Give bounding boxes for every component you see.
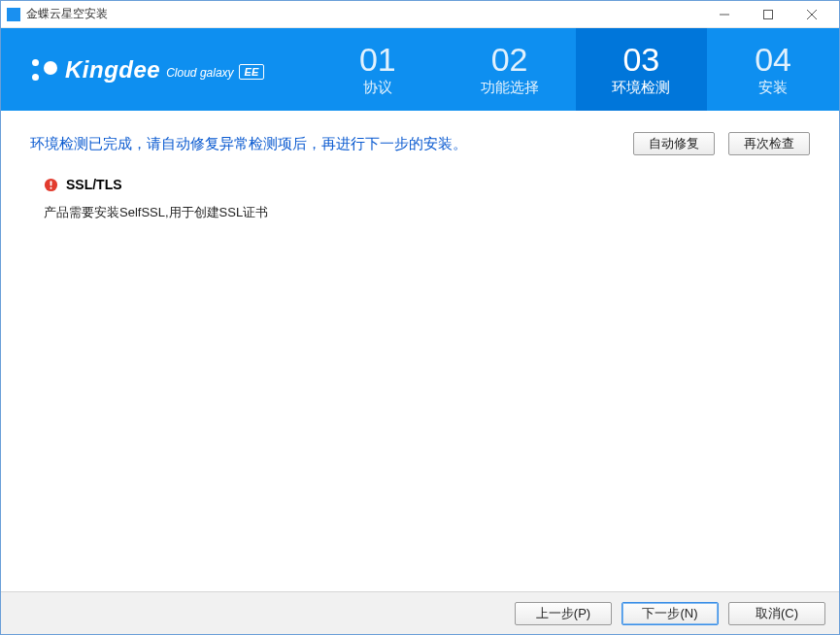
app-icon — [7, 8, 20, 21]
step-install[interactable]: 04 安装 — [707, 28, 839, 111]
cancel-button[interactable]: 取消(C) — [728, 602, 825, 625]
auto-fix-button[interactable]: 自动修复 — [633, 132, 715, 155]
step-number: 04 — [755, 43, 791, 76]
window-controls — [702, 1, 833, 27]
svg-rect-1 — [763, 10, 772, 18]
svg-rect-5 — [50, 181, 52, 185]
step-label: 环境检测 — [612, 79, 670, 97]
minimize-button[interactable] — [702, 1, 746, 27]
status-message: 环境检测已完成，请自动修复异常检测项后，再进行下一步的安装。 — [30, 135, 467, 153]
step-label: 功能选择 — [481, 79, 539, 97]
status-row: 环境检测已完成，请自动修复异常检测项后，再进行下一步的安装。 自动修复 再次检查 — [30, 132, 810, 155]
issue-item: SSL/TLS 产品需要安装SelfSSL,用于创建SSL证书 — [30, 177, 810, 221]
warning-icon — [44, 178, 58, 192]
wizard-steps: 01 协议 02 功能选择 03 环境检测 04 安装 — [312, 28, 839, 111]
step-number: 02 — [491, 43, 528, 76]
titlebar: 金蝶云星空安装 — [1, 1, 839, 28]
step-number: 01 — [359, 43, 396, 76]
svg-point-6 — [50, 186, 51, 188]
step-label: 协议 — [363, 79, 392, 97]
brand-badge: EE — [239, 64, 265, 80]
issue-title-row: SSL/TLS — [44, 177, 810, 192]
step-agreement[interactable]: 01 协议 — [312, 28, 444, 111]
step-environment-check[interactable]: 03 环境检测 — [576, 28, 708, 111]
close-button[interactable] — [790, 1, 833, 27]
next-button[interactable]: 下一步(N) — [622, 602, 719, 625]
issue-description: 产品需要安装SelfSSL,用于创建SSL证书 — [44, 204, 810, 221]
footer: 上一步(P) 下一步(N) 取消(C) — [1, 591, 839, 634]
window-title: 金蝶云星空安装 — [26, 6, 702, 22]
step-features[interactable]: 02 功能选择 — [444, 28, 576, 111]
maximize-button[interactable] — [746, 1, 790, 27]
previous-button[interactable]: 上一步(P) — [515, 602, 612, 625]
issue-title: SSL/TLS — [66, 177, 122, 192]
step-label: 安装 — [758, 79, 788, 97]
brand-logo-icon — [28, 55, 57, 84]
step-number: 03 — [622, 43, 659, 76]
brand-subtitle: Cloud galaxy — [166, 66, 233, 80]
brand: Kingdee Cloud galaxy EE — [1, 28, 312, 111]
recheck-button[interactable]: 再次检查 — [728, 132, 810, 155]
status-buttons: 自动修复 再次检查 — [633, 132, 810, 155]
brand-name: Kingdee — [65, 56, 160, 84]
header: Kingdee Cloud galaxy EE 01 协议 02 功能选择 03… — [1, 28, 839, 111]
content-area: 环境检测已完成，请自动修复异常检测项后，再进行下一步的安装。 自动修复 再次检查… — [1, 111, 839, 592]
